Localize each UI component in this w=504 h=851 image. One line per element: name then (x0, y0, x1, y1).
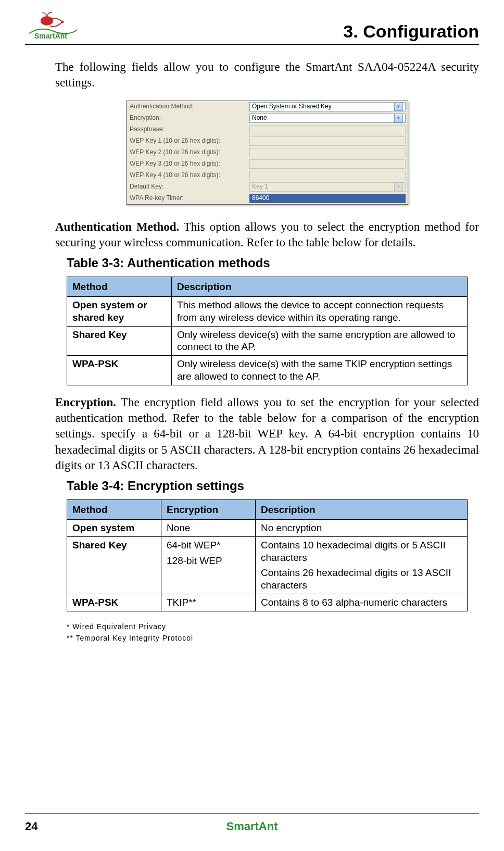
form-label: WEP Key 2 (10 or 26 hex digits): (127, 148, 249, 157)
dropdown-field[interactable]: Open System or Shared Key▾ (249, 102, 406, 111)
footer-brand: SmartAnt (56, 820, 448, 833)
cell-line: 64-bit WEP* (167, 539, 250, 552)
table-3-3-title: Table 3-3: Authentication methods (67, 255, 479, 271)
auth-heading: Authentication Method. (55, 220, 179, 233)
table-3-4-title: Table 3-4: Encryption settings (67, 478, 479, 494)
table-row: Open systemNoneNo encryption (67, 520, 468, 537)
config-screenshot: Authentication Method:Open System or Sha… (55, 101, 479, 205)
table-header: Description (256, 500, 468, 520)
chevron-down-icon[interactable]: ▾ (394, 102, 403, 111)
table-header: Encryption (161, 500, 256, 520)
text-field (249, 125, 406, 134)
cell-line: Contains 26 hexadecimal digits or 13 ASC… (261, 567, 462, 592)
encryption-cell: TKIP** (161, 594, 256, 611)
chevron-down-icon: ▾ (394, 182, 403, 191)
svg-point-1 (61, 21, 64, 23)
form-row: WEP Key 1 (10 or 26 hex digits): (127, 135, 408, 147)
cell-line: Contains 10 hexadecimal digits or 5 ASCI… (261, 539, 462, 564)
table-row: Shared Key64-bit WEP*128-bit WEPContains… (67, 536, 468, 594)
method-cell: Open system (67, 520, 161, 537)
page-footer: 24 SmartAnt (25, 813, 479, 833)
method-cell: Shared Key (67, 326, 172, 356)
text-field (249, 171, 406, 180)
form-label: WPA Re-key Timer: (127, 194, 249, 203)
encryption-heading: Encryption. (55, 396, 116, 409)
description-cell: Only wireless device(s) with the same TK… (172, 356, 468, 385)
description-cell: No encryption (256, 520, 468, 537)
form-label: Default Key: (127, 183, 249, 191)
form-label: Encryption: (127, 114, 249, 122)
logo-text: SmartAnt (34, 32, 67, 40)
form-row: WEP Key 4 (10 or 26 hex digits): (127, 170, 408, 181)
cell-line: None (167, 522, 250, 534)
table-row: WPA-PSKOnly wireless device(s) with the … (67, 356, 468, 385)
field-value: None (252, 114, 267, 122)
content: The following fields allow you to config… (25, 45, 479, 644)
intro-paragraph: The following fields allow you to config… (55, 59, 479, 91)
cell-line: Contains 8 to 63 alpha-numeric character… (261, 596, 462, 609)
description-cell: Contains 10 hexadecimal digits or 5 ASCI… (256, 536, 468, 594)
encryption-text: The encryption field allows you to set t… (55, 396, 479, 472)
encryption-cell: None (161, 520, 256, 537)
cell-line: TKIP** (167, 596, 250, 609)
page-header: SmartAnt 3. Configuration (25, 10, 479, 45)
page: SmartAnt 3. Configuration The following … (0, 0, 504, 851)
table-row: WPA-PSKTKIP**Contains 8 to 63 alpha-nume… (67, 594, 468, 611)
form-label: Authentication Method: (127, 103, 249, 111)
page-number: 24 (25, 820, 56, 833)
chapter-title: 3. Configuration (343, 21, 479, 42)
form-row: WEP Key 3 (10 or 26 hex digits): (127, 158, 408, 170)
auth-paragraph: Authentication Method. This option allow… (55, 219, 479, 251)
form-label: WEP Key 4 (10 or 26 hex digits): (127, 171, 249, 180)
field-value: 86400 (252, 194, 269, 203)
form-row: WPA Re-key Timer:86400 (127, 193, 408, 204)
form-label: WEP Key 3 (10 or 26 hex digits): (127, 160, 249, 168)
table-header: Method (67, 500, 161, 520)
method-cell: Open system or shared key (67, 297, 172, 327)
encryption-paragraph: Encryption. The encryption field allows … (55, 395, 479, 474)
method-cell: WPA-PSK (67, 356, 172, 385)
chevron-down-icon[interactable]: ▾ (394, 114, 403, 122)
table-row: Open system or shared keyThis method all… (67, 297, 468, 327)
form-label: Passphrase: (127, 126, 249, 134)
text-field (249, 159, 406, 169)
form-row: Encryption:None▾ (127, 112, 408, 124)
description-cell: Only wireless device(s) with the same en… (172, 326, 468, 356)
table-header: Description (172, 277, 468, 297)
field-value: Key 1 (252, 183, 268, 191)
method-cell: WPA-PSK (67, 594, 161, 611)
form-row: Passphrase: (127, 124, 408, 135)
footnote: ** Temporal Key Integrity Protocol (67, 632, 479, 644)
encryption-cell: 64-bit WEP*128-bit WEP (161, 536, 256, 594)
text-field[interactable]: 86400 (249, 194, 406, 203)
description-cell: Contains 8 to 63 alpha-numeric character… (256, 594, 468, 611)
form-row: WEP Key 2 (10 or 26 hex digits): (127, 147, 408, 158)
cell-line: No encryption (261, 522, 462, 534)
dropdown-field: Key 1▾ (249, 182, 406, 192)
dropdown-field[interactable]: None▾ (249, 114, 406, 123)
description-cell: This method allows the device to accept … (172, 297, 468, 327)
table-header: Method (67, 277, 172, 297)
table-row: Shared KeyOnly wireless device(s) with t… (67, 326, 468, 356)
footnotes: * Wired Equivalent Privacy ** Temporal K… (67, 621, 479, 644)
text-field (249, 136, 406, 146)
table-3-3: Method Description Open system or shared… (67, 277, 468, 385)
footnote: * Wired Equivalent Privacy (67, 621, 479, 632)
form-label: WEP Key 1 (10 or 26 hex digits): (127, 137, 249, 145)
table-3-4: Method Encryption Description Open syste… (67, 499, 468, 611)
text-field (249, 148, 406, 157)
method-cell: Shared Key (67, 536, 161, 594)
brand-logo: SmartAnt (25, 10, 82, 42)
field-value: Open System or Shared Key (252, 103, 332, 111)
form-row: Authentication Method:Open System or Sha… (127, 101, 408, 112)
cell-line: 128-bit WEP (167, 555, 250, 567)
form-row: Default Key:Key 1▾ (127, 181, 408, 193)
